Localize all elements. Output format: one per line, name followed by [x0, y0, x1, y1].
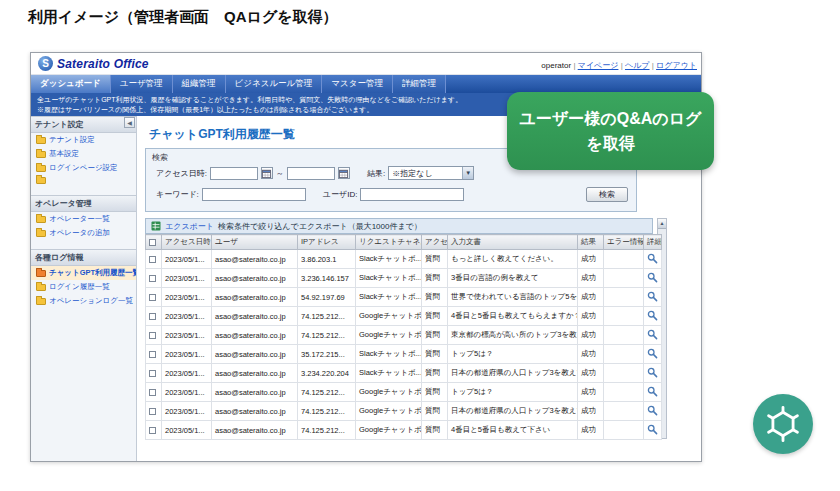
scroll-up-icon[interactable]: ▲ — [658, 219, 666, 229]
cell-type: 質問 — [422, 383, 448, 402]
sidebar-sections: テナント設定テナント設定基本設定ログインページ設定オペレータ管理オペレーター一覧… — [31, 116, 136, 308]
header-link-ログアウト[interactable]: ログアウト — [656, 61, 697, 70]
folder-icon — [36, 137, 46, 144]
cell-ip: 74.125.212... — [298, 326, 356, 345]
sidebar-item-operation-log-list[interactable]: オペレーションログ一覧 — [31, 294, 136, 308]
header-link-ヘルプ[interactable]: ヘルプ — [625, 61, 650, 70]
row-checkbox[interactable] — [149, 275, 156, 282]
column-header: 詳細 — [644, 235, 662, 250]
tab-user-mgmt[interactable]: ユーザ管理 — [111, 75, 173, 93]
cell-result: 成功 — [578, 364, 604, 383]
search-row-1: アクセス日時: ～ 結果: ※指定なし ▼ — [156, 166, 474, 180]
folder-icon — [36, 216, 46, 223]
export-link[interactable]: エクスポート — [165, 221, 214, 232]
sidebar-collapse-button[interactable]: ◀ — [124, 117, 135, 128]
cell-date: 2023/05/1... — [162, 383, 212, 402]
cell-ip: 3.86.203.1 — [298, 250, 356, 269]
row-detail-cell[interactable] — [644, 288, 662, 307]
table-row: 2023/05/1...asao@sateraito.co.jp3.236.14… — [146, 269, 662, 288]
sidebar-section: 各種ログ情報チャットGPT利用履歴一覧ログイン履歴一覧オペレーションログ一覧 — [31, 249, 136, 308]
row-checkbox[interactable] — [149, 351, 156, 358]
sidebar-item-login-page-settings[interactable]: ログインページ設定 — [31, 161, 136, 175]
select-all-header-cell — [146, 235, 162, 250]
row-checkbox[interactable] — [149, 370, 156, 377]
tab-master-mgmt[interactable]: マスター管理 — [322, 75, 393, 93]
tab-detail-mgmt[interactable]: 詳細管理 — [393, 75, 446, 93]
cell-channel: Googleチャットボ... — [356, 383, 422, 402]
calendar-icon[interactable] — [338, 167, 350, 179]
sidebar-item-label: オペレーター一覧 — [49, 214, 110, 224]
table-row: 2023/05/1...asao@sateraito.co.jp35.172.2… — [146, 345, 662, 364]
cell-error — [604, 383, 644, 402]
row-checkbox[interactable] — [149, 313, 156, 320]
folder-icon — [36, 284, 46, 291]
sidebar-item-operator-list[interactable]: オペレーター一覧 — [31, 212, 136, 226]
folder-icon — [36, 165, 46, 172]
cell-error — [604, 307, 644, 326]
cell-input: もっと詳しく教えてください。 — [448, 250, 578, 269]
sidebar-item-label: オペレータの追加 — [49, 228, 110, 238]
table-row: 2023/05/1...asao@sateraito.co.jp74.125.2… — [146, 383, 662, 402]
cell-error — [604, 288, 644, 307]
cell-channel: Slackチャットボ... — [356, 345, 422, 364]
row-detail-cell[interactable] — [644, 402, 662, 421]
cell-type: 質問 — [422, 326, 448, 345]
cell-error — [604, 269, 644, 288]
access-date-to-input[interactable] — [287, 167, 335, 180]
sidebar-item-basic-settings[interactable]: 基本設定 — [31, 147, 136, 161]
row-detail-cell[interactable] — [644, 421, 662, 440]
column-header: リクエストチャネル/種別 — [356, 235, 422, 250]
row-checkbox[interactable] — [149, 427, 156, 434]
cell-channel: Slackチャットボ... — [356, 250, 422, 269]
user-id-input[interactable] — [360, 188, 464, 201]
row-detail-cell[interactable] — [644, 345, 662, 364]
row-detail-cell[interactable] — [644, 250, 662, 269]
cell-user: asao@sateraito.co.jp — [212, 402, 298, 421]
row-detail-cell[interactable] — [644, 383, 662, 402]
sidebar-section: オペレータ管理オペレーター一覧オペレータの追加 — [31, 195, 136, 240]
cell-type: 質問 — [422, 421, 448, 440]
column-header: 入力文書 — [448, 235, 578, 250]
sidebar-item-login-history-list[interactable]: ログイン履歴一覧 — [31, 280, 136, 294]
cell-date: 2023/05/1... — [162, 250, 212, 269]
row-select-cell — [146, 269, 162, 288]
row-checkbox[interactable] — [149, 332, 156, 339]
cell-user: asao@sateraito.co.jp — [212, 326, 298, 345]
row-detail-cell[interactable] — [644, 326, 662, 345]
tab-org-mgmt[interactable]: 組織管理 — [173, 75, 226, 93]
row-detail-cell[interactable] — [644, 269, 662, 288]
access-date-from-input[interactable] — [210, 167, 258, 180]
tab-business-rule-mgmt[interactable]: ビジネスルール管理 — [226, 75, 323, 93]
cell-result: 成功 — [578, 402, 604, 421]
cell-user: asao@sateraito.co.jp — [212, 345, 298, 364]
keyword-label: キーワード: — [156, 189, 199, 200]
result-select[interactable]: ※指定なし ▼ — [388, 166, 474, 180]
cell-result: 成功 — [578, 383, 604, 402]
row-detail-cell[interactable] — [644, 364, 662, 383]
row-checkbox[interactable] — [149, 256, 156, 263]
table-row: 2023/05/1...asao@sateraito.co.jp3.234.22… — [146, 364, 662, 383]
cell-channel: Googleチャットボ... — [356, 326, 422, 345]
sidebar-item-operator-add[interactable]: オペレータの追加 — [31, 226, 136, 240]
cell-ip: 3.234.220.204 — [298, 364, 356, 383]
sidebar-item-other-settings[interactable] — [31, 175, 136, 186]
keyword-input[interactable] — [202, 188, 306, 201]
tab-dashboard[interactable]: ダッシュボード — [31, 75, 111, 93]
sidebar-item-tenant-settings[interactable]: テナント設定 — [31, 133, 136, 147]
cell-input: トップ5は？ — [448, 383, 578, 402]
cell-ip: 35.172.215... — [298, 345, 356, 364]
magnifier-icon — [647, 424, 658, 435]
folder-icon — [36, 270, 46, 277]
access-date-label: アクセス日時: — [156, 168, 207, 179]
app-header: S Sateraito Office operator | マイページ | ヘル… — [31, 53, 701, 75]
row-checkbox[interactable] — [149, 408, 156, 415]
user-links: operator | マイページ | ヘルプ | ログアウト — [541, 60, 697, 71]
row-checkbox[interactable] — [149, 389, 156, 396]
row-detail-cell[interactable] — [644, 307, 662, 326]
calendar-icon[interactable] — [261, 167, 273, 179]
search-button[interactable]: 検索 — [586, 187, 628, 202]
select-all-checkbox[interactable] — [149, 239, 156, 246]
sidebar-item-chatgpt-history-list[interactable]: チャットGPT利用履歴一覧 — [31, 266, 136, 280]
row-checkbox[interactable] — [149, 294, 156, 301]
header-link-マイページ[interactable]: マイページ — [578, 61, 619, 70]
